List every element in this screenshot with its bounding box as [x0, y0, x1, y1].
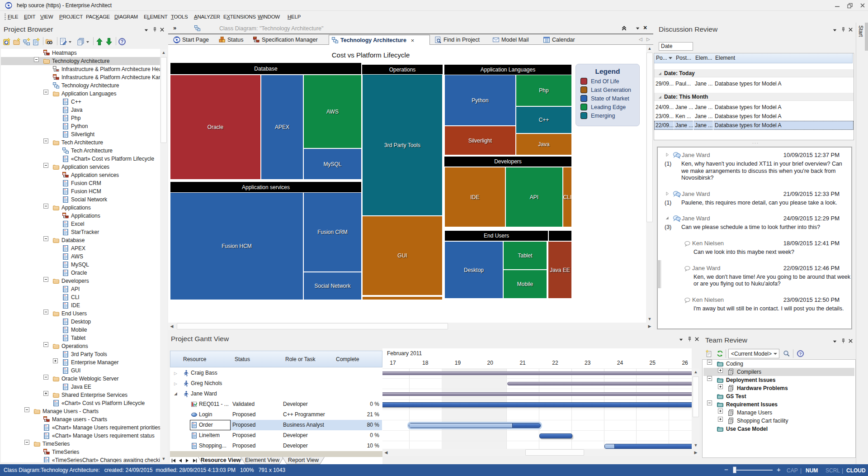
- discussion-review-pin-icon[interactable]: [840, 27, 846, 33]
- menu-analyzer[interactable]: ANALYZER: [194, 11, 220, 23]
- tree-item[interactable]: Oracle Weblogic Server: [1, 375, 160, 383]
- close-button[interactable]: [858, 0, 868, 10]
- treemap-cell-social-network[interactable]: Social Network: [304, 272, 361, 300]
- restore-button[interactable]: [845, 0, 855, 10]
- discussion-review-menu-icon[interactable]: [832, 28, 837, 33]
- collapse-icon[interactable]: [621, 25, 627, 31]
- tree-item[interactable]: Infrastructure & Platform Architecture H…: [1, 65, 160, 73]
- tree-item[interactable]: Technology Architecture: [1, 81, 160, 90]
- new-element-icon[interactable]: [32, 38, 40, 46]
- tree-expander-plus-icon[interactable]: [718, 409, 723, 414]
- discussion-row[interactable]: 22/09...Jane ...Jane ...Database types f…: [654, 121, 854, 130]
- team-review-pin-icon[interactable]: [840, 338, 846, 344]
- canvas-hscrollbar-left[interactable]: ◀: [168, 323, 175, 330]
- tree-expander-minus-icon[interactable]: [43, 277, 48, 282]
- group-collapse-icon[interactable]: [658, 95, 662, 99]
- tree-expander-minus-icon[interactable]: [43, 138, 48, 143]
- tree-expander-minus-icon[interactable]: [43, 163, 48, 168]
- tree-item[interactable]: TimeSeries: [1, 440, 160, 448]
- tree-item[interactable]: Enterprise Manager: [1, 358, 160, 367]
- canvas-hscrollbar-thumb[interactable]: [177, 323, 448, 329]
- gantt-hscrollbar-right[interactable]: ▶: [692, 449, 699, 456]
- treemap-cell-gui[interactable]: GUI: [363, 216, 442, 295]
- gantt-bar-task[interactable]: [382, 402, 692, 407]
- menu-element[interactable]: ELEMENT: [144, 11, 168, 23]
- tree-item[interactable]: GUI: [1, 367, 160, 375]
- tree-item[interactable]: Technology Architecture: [1, 57, 160, 65]
- new-package-icon[interactable]: [13, 38, 21, 46]
- tree-item[interactable]: Application Languages: [1, 90, 160, 98]
- tree-expander-minus-icon[interactable]: [43, 309, 48, 314]
- canvas-hscrollbar-right[interactable]: ▶: [646, 323, 653, 330]
- move-up-icon[interactable]: [95, 38, 104, 46]
- treemap-cell-ide[interactable]: IDE: [445, 167, 505, 227]
- tree-item[interactable]: Tech Architecture: [1, 138, 160, 147]
- tree-expander-plus-icon[interactable]: [43, 391, 48, 396]
- gantt-bar-task[interactable]: [409, 423, 541, 428]
- treemap-cell-cli[interactable]: CLI: [563, 167, 571, 227]
- tree-item[interactable]: «Chart» Cost vs Platform Lifecycle: [1, 155, 160, 163]
- tree-item[interactable]: «Chart» Manage Users requirement status: [1, 432, 160, 440]
- gantt-vscrollbar[interactable]: ▲▼: [692, 368, 699, 449]
- tree-item[interactable]: End Users: [1, 309, 160, 318]
- gantt-row[interactable]: Shopping...ProposedDeveloper10 %: [170, 441, 382, 451]
- team-review-menu-icon[interactable]: [832, 339, 837, 344]
- treemap-cell-apex[interactable]: APEX: [261, 75, 303, 179]
- gantt-row[interactable]: LoginProposedC++ Programmer21 %: [170, 409, 382, 420]
- tree-item[interactable]: Manage Users - Charts: [1, 407, 160, 415]
- discussion-group-row[interactable]: Date: Today: [654, 69, 854, 77]
- menu-help[interactable]: HELP: [288, 11, 301, 23]
- tree-item[interactable]: Desktop: [1, 318, 160, 326]
- treemap-cell-java[interactable]: Java: [516, 134, 571, 155]
- tree-item[interactable]: Tablet: [1, 334, 160, 342]
- treemap-cell-fusion-crm[interactable]: Fusion CRM: [304, 193, 361, 271]
- tree-item[interactable]: Operations: [1, 342, 160, 350]
- team-review-item[interactable]: Hardware Problems: [703, 384, 855, 392]
- gantt-expander-icon[interactable]: ◤: [174, 392, 177, 396]
- tree-item[interactable]: 3rd Party Tools: [1, 350, 160, 358]
- tree-expander-minus-icon[interactable]: [707, 376, 712, 381]
- menu-window[interactable]: WINDOW: [258, 11, 280, 23]
- tree-expander-minus-icon[interactable]: [24, 440, 29, 445]
- tree-expander-plus-icon[interactable]: [718, 417, 723, 422]
- tree-item[interactable]: Applications: [1, 212, 160, 220]
- tree-item[interactable]: «Chart» Manage Users requirement priorit…: [1, 424, 160, 432]
- gantt-hscrollbar[interactable]: ◀▶: [382, 449, 699, 456]
- nav-first-icon[interactable]: [171, 458, 176, 463]
- menu-tools[interactable]: TOOLS: [171, 11, 188, 23]
- zoom-in-button[interactable]: +: [777, 466, 781, 473]
- tree-item[interactable]: APEX: [1, 244, 160, 252]
- tree-item[interactable]: Java EE: [1, 383, 160, 391]
- team-review-item[interactable]: GS Test: [703, 392, 855, 400]
- tree-item[interactable]: StarTracker: [1, 228, 160, 236]
- zoom-slider-track[interactable]: [734, 470, 773, 471]
- tree-item[interactable]: Python: [1, 122, 160, 130]
- thread-expander-icon[interactable]: [665, 216, 669, 220]
- team-review-item[interactable]: Coding: [703, 360, 855, 368]
- tree-expander-minus-icon[interactable]: [707, 400, 712, 405]
- copy-documents-icon[interactable]: [77, 38, 85, 46]
- treemap-cell-c-[interactable]: C++: [516, 107, 571, 133]
- tab-model-mail[interactable]: Model Mail: [490, 35, 539, 45]
- gantt-row[interactable]: OrderProposedBusiness Analyst80 %: [170, 420, 382, 430]
- discussion-column-post[interactable]: Post...: [674, 53, 694, 63]
- tree-expander-minus-icon[interactable]: [43, 342, 48, 347]
- tree-item[interactable]: Fusion CRM: [1, 179, 160, 187]
- move-down-icon[interactable]: [105, 38, 113, 46]
- tree-item[interactable]: CLI: [1, 293, 160, 301]
- treemap-cell-mysql[interactable]: MySQL: [304, 149, 361, 179]
- tree-item[interactable]: AWS: [1, 252, 160, 261]
- minimize-button[interactable]: [832, 0, 842, 10]
- canvas-vscrollbar-down[interactable]: ▼: [646, 315, 653, 323]
- project-browser-scrollbar-thumb[interactable]: [160, 57, 167, 143]
- treemap-cell-aws[interactable]: AWS: [304, 75, 361, 148]
- project-browser-close-icon[interactable]: [160, 27, 165, 32]
- caption-close-icon[interactable]: ×: [643, 24, 647, 31]
- treemap-cell-strip[interactable]: [363, 297, 442, 300]
- combo-dropdown-icon[interactable]: [774, 353, 777, 357]
- thread-expander-icon[interactable]: [665, 191, 670, 196]
- gantt-expander-icon[interactable]: ▷: [174, 371, 177, 376]
- tree-item[interactable]: Tech Architecture: [1, 147, 160, 155]
- discussion-filter-box[interactable]: Date: [659, 42, 693, 51]
- gantt-hscrollbar-thumb[interactable]: [525, 449, 584, 456]
